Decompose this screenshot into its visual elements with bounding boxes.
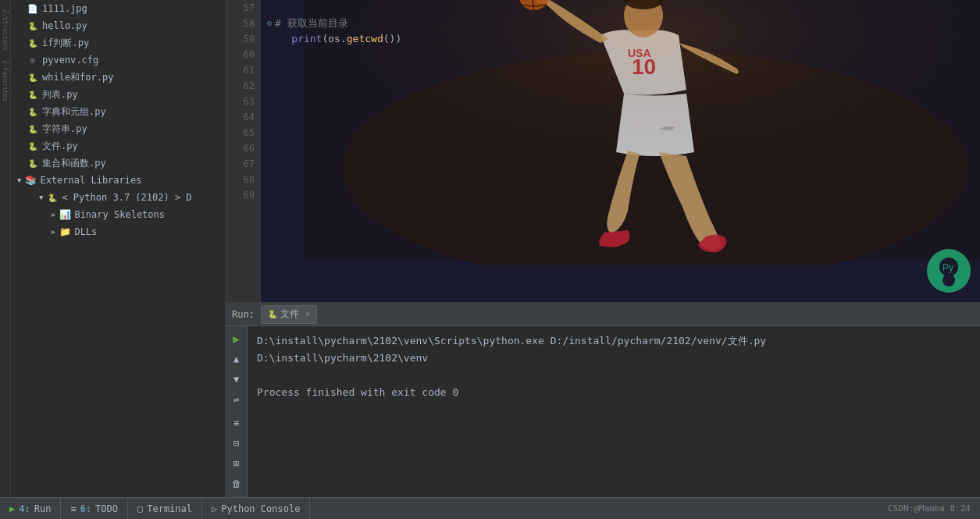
run-tab-bar: Run: 🐍 文件 ×	[226, 303, 980, 326]
file-item-while[interactable]: 🐍 while和for.py	[11, 69, 225, 86]
dlls-node[interactable]: ▶ 📁 DLLs	[11, 223, 225, 240]
py-icon: 🐍	[27, 20, 39, 32]
line-numbers: 57 58 59 60 61 62 63 64 65 66 67 68 69	[226, 0, 261, 302]
file-icon: 📄	[27, 2, 39, 15]
run-tab-name: 文件	[280, 307, 299, 321]
code-line-68	[267, 172, 974, 187]
status-tab-run[interactable]: ▶ 4: Run	[0, 498, 61, 519]
py-icon: 🐍	[46, 191, 59, 204]
python-console-label: Python Console	[221, 503, 300, 514]
status-tab-python-console[interactable]: ▷ Python Console	[202, 498, 310, 519]
file-item-1111jpg[interactable]: 📄 1111.jpg	[11, 0, 225, 17]
file-name: hello.py	[42, 20, 87, 31]
code-line-58: ⊙ # 获取当前目录	[267, 16, 974, 31]
line-num-65: 65	[232, 125, 255, 140]
close-tab-button[interactable]: ×	[305, 310, 310, 318]
status-bar-right: CSDN:@Mamba 8:24	[878, 503, 980, 514]
todo-tab-label: TODO	[95, 503, 118, 514]
python-version-label: < Python 3.7 (2102) > D	[62, 192, 191, 203]
scroll-down-button[interactable]: ▼	[229, 371, 244, 387]
code-panel: 10 USA	[226, 0, 980, 302]
filter-button[interactable]: ⊟	[229, 435, 244, 451]
file-name: 列表.py	[42, 88, 78, 101]
status-tab-todo[interactable]: ≡ 6: TODO	[61, 498, 128, 519]
output-line-2: D:\install\pycharm\2102\venv	[257, 350, 971, 367]
python-tab-icon: 🐍	[268, 310, 277, 318]
file-name: if判断.py	[42, 37, 89, 50]
file-item-string[interactable]: 🐍 字符串.py	[11, 120, 225, 137]
line-num-67: 67	[232, 156, 255, 172]
output-line-1: D:\install\pycharm\2102\venv\Scripts\pyt…	[257, 332, 971, 350]
dll-icon: 📁	[59, 226, 71, 238]
code-line-57	[267, 0, 974, 16]
arrow-right-icon: ▶	[52, 211, 55, 219]
scroll-up-button[interactable]: ▲	[229, 351, 244, 367]
line-num-62: 62	[232, 78, 255, 94]
z-favorites-label[interactable]: 2-Favorites	[2, 57, 9, 105]
run-tab-file[interactable]: 🐍 文件 ×	[261, 305, 317, 324]
terminal-icon: ▢	[137, 503, 143, 514]
run-tab-num: 4:	[19, 503, 30, 514]
line-num-59: 59	[232, 31, 255, 47]
delete-button[interactable]: 🗑	[229, 476, 244, 492]
file-name: pyvenv.cfg	[42, 55, 98, 66]
left-edge-panel: Z-Structure 2-Favorites	[0, 0, 11, 497]
file-name: 1111.jpg	[42, 3, 87, 14]
editor-area: 10 USA	[226, 0, 980, 497]
python-node[interactable]: ▼ 🐍 < Python 3.7 (2102) > D	[11, 189, 225, 206]
file-item-hellospy[interactable]: 🐍 hello.py	[11, 17, 225, 34]
file-name: 集合和函数.py	[42, 157, 106, 170]
external-libraries-label: External Libraries	[40, 175, 141, 186]
run-label: Run:	[232, 309, 255, 320]
code-editor[interactable]: ⊙ # 获取当前目录 print ( os . getcwd ())	[261, 0, 980, 302]
run-tab-label: Run	[34, 503, 52, 514]
output-line-4: Process finished with exit code 0	[257, 384, 971, 401]
line-num-60: 60	[232, 47, 255, 62]
z-structure-label[interactable]: Z-Structure	[2, 6, 9, 54]
line-num-66: 66	[232, 140, 255, 156]
csdn-watermark: CSDN:@Mamba 8:24	[888, 503, 971, 514]
line-num-63: 63	[232, 94, 255, 109]
file-item-dict[interactable]: 🐍 字典和元组.py	[11, 103, 225, 120]
wrap-button[interactable]: ⇌	[229, 392, 244, 407]
library-icon: 📚	[24, 174, 37, 187]
output-line-3	[257, 367, 971, 384]
code-line-65	[267, 125, 974, 140]
binary-skeletons-node[interactable]: ▶ 📊 Binary Skeletons	[11, 206, 225, 223]
run-side-toolbar: ▶ ▲ ▼ ⇌ ≡ ⊟ ⊞ 🗑	[226, 326, 248, 497]
run-content-area: ▶ ▲ ▼ ⇌ ≡ ⊟ ⊞ 🗑 D:\install\pycharm\2102\…	[226, 326, 980, 497]
todo-icon: ≡	[70, 503, 76, 514]
line-num-68: 68	[232, 172, 255, 187]
py-icon: 🐍	[27, 157, 39, 169]
line-num-64: 64	[232, 109, 255, 125]
file-item-if[interactable]: 🐍 if判断.py	[11, 34, 225, 52]
arrow-right-icon2: ▶	[52, 228, 55, 236]
status-bar-left: ▶ 4: Run ≡ 6: TODO ▢ Terminal ▷ Python C…	[0, 498, 310, 519]
line-num-69: 69	[232, 187, 255, 203]
run-output: D:\install\pycharm\2102\venv\Scripts\pyt…	[248, 326, 980, 497]
print-button[interactable]: ⊞	[229, 456, 244, 471]
file-item-file[interactable]: 🐍 文件.py	[11, 137, 225, 155]
skeleton-icon: 📊	[59, 208, 71, 221]
print-keyword: print	[291, 31, 322, 47]
file-item-list[interactable]: 🐍 列表.py	[11, 86, 225, 103]
binary-skeletons-label: Binary Skeletons	[74, 209, 165, 220]
file-item-set[interactable]: 🐍 集合和函数.py	[11, 155, 225, 172]
code-line-67	[267, 156, 974, 172]
line-num-58: 58	[232, 16, 255, 31]
py-icon: 🐍	[27, 71, 39, 84]
external-libraries-node[interactable]: ▼ 📚 External Libraries	[11, 172, 225, 189]
file-name: 文件.py	[42, 140, 78, 153]
code-line-59: print ( os . getcwd ())	[267, 31, 974, 47]
code-line-60	[267, 47, 974, 62]
py-icon: 🐍	[27, 105, 39, 118]
file-name: while和for.py	[42, 71, 113, 84]
file-item-pyvenv[interactable]: ⚙ pyvenv.cfg	[11, 52, 225, 69]
play-icon: ▶	[9, 503, 15, 514]
status-tab-terminal[interactable]: ▢ Terminal	[128, 498, 202, 519]
file-name: 字符串.py	[42, 123, 87, 136]
sort-button[interactable]: ≡	[229, 415, 244, 431]
py-icon: 🐍	[27, 140, 39, 152]
py-icon: 🐍	[27, 88, 39, 101]
play-button[interactable]: ▶	[229, 331, 244, 347]
